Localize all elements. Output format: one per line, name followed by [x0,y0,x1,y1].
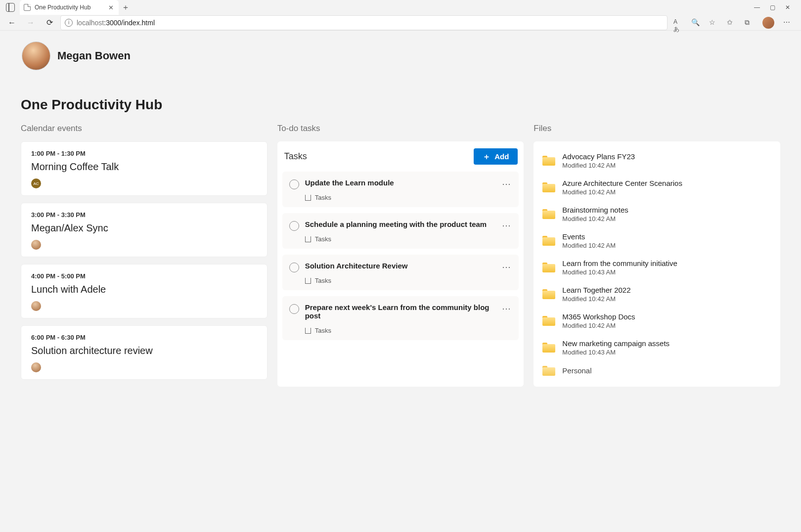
file-name: M365 Workshop Docs [562,312,635,321]
file-row[interactable]: Azure Architecture Center ScenariosModif… [538,174,775,201]
task-title: Schedule a planning meeting with the pro… [305,220,496,228]
file-name: Azure Architecture Center Scenarios [562,179,682,187]
folder-icon [542,156,555,166]
folder-icon [542,289,555,299]
calendar-event-card[interactable]: 4:00 PM - 5:00 PMLunch with Adele [21,264,267,318]
address-bar[interactable]: i localhost:3000/index.html [60,15,668,30]
file-row[interactable]: M365 Workshop DocsModified 10:42 AM [538,308,775,334]
add-task-label: Add [494,152,509,161]
task-card[interactable]: Prepare next week's Learn from the commu… [282,296,519,340]
read-aloud-icon[interactable]: Aあ [673,18,682,27]
task-more-icon[interactable]: ⋯ [502,178,512,201]
event-time: 1:00 PM - 1:30 PM [31,150,257,157]
tasks-column-title: To-do tasks [277,124,524,133]
file-name: Brainstorming notes [562,206,628,214]
task-card[interactable]: Schedule a planning meeting with the pro… [282,213,519,249]
maximize-icon[interactable]: ▢ [770,4,775,11]
calendar-event-card[interactable]: 3:00 PM - 3:30 PMMegan/Alex Sync [21,203,267,257]
task-meta: Tasks [305,277,496,284]
task-body: Update the Learn moduleTasks [305,178,496,201]
task-card[interactable]: Solution Architecture ReviewTasks⋯ [282,255,519,290]
task-complete-toggle[interactable] [289,179,299,189]
event-attendees [31,301,257,311]
event-time: 3:00 PM - 3:30 PM [31,211,257,219]
site-info-icon[interactable]: i [65,19,73,27]
forward-button[interactable]: → [23,15,39,30]
tab-title: One Productivity Hub [35,4,90,11]
folder-icon [542,316,555,326]
task-meta: Tasks [305,327,496,334]
file-row[interactable]: Learn Together 2022Modified 10:42 AM [538,281,775,308]
favorite-star-icon[interactable]: ☆ [709,18,718,27]
folder-icon [542,343,555,353]
add-task-button[interactable]: ＋ Add [474,148,518,165]
attendee-avatar[interactable]: AC [31,178,41,188]
task-more-icon[interactable]: ⋯ [502,220,512,243]
zoom-icon[interactable]: 🔍 [691,18,700,27]
collections-icon[interactable]: ⧉ [745,18,754,27]
bucket-icon [305,236,311,242]
reload-button[interactable]: ⟳ [42,15,57,30]
calendar-column: Calendar events 1:00 PM - 1:30 PMMorning… [21,124,267,387]
new-tab-button[interactable]: ＋ [120,1,132,13]
event-title: Solution architecture review [31,345,257,356]
file-row[interactable]: Advocacy Plans FY23Modified 10:42 AM [538,147,775,174]
task-card[interactable]: Update the Learn moduleTasks⋯ [282,172,519,207]
event-attendees [31,362,257,372]
page-content: Megan Bowen One Productivity Hub Calenda… [0,31,801,532]
close-window-icon[interactable]: ✕ [785,4,790,11]
file-info: Personal [562,366,591,376]
task-more-icon[interactable]: ⋯ [502,303,512,334]
bucket-icon [305,278,311,284]
attendee-avatar[interactable] [31,362,41,372]
page-title: One Productivity Hub [21,97,780,113]
file-list: Advocacy Plans FY23Modified 10:42 AMAzur… [538,147,775,381]
file-row[interactable]: EventsModified 10:42 AM [538,227,775,254]
file-name: New marketing campaign assets [562,339,669,348]
file-info: Learn from the community initiativeModif… [562,259,677,276]
file-row[interactable]: Learn from the community initiativeModif… [538,254,775,281]
file-name: Advocacy Plans FY23 [562,152,635,161]
attendee-avatar[interactable] [31,240,41,250]
profile-avatar-icon[interactable] [762,17,774,29]
file-info: Azure Architecture Center ScenariosModif… [562,179,682,196]
task-complete-toggle[interactable] [289,304,299,314]
task-meta: Tasks [305,235,496,243]
task-bucket-label: Tasks [315,194,331,201]
close-tab-icon[interactable]: ✕ [108,4,114,11]
task-title: Prepare next week's Learn from the commu… [305,303,496,320]
tasks-panel: Tasks ＋ Add Update the Learn moduleTasks… [277,141,524,387]
file-info: M365 Workshop DocsModified 10:42 AM [562,312,635,329]
user-header: Megan Bowen [0,31,801,81]
event-attendees [31,240,257,250]
file-row[interactable]: Personal [538,361,775,381]
task-body: Solution Architecture ReviewTasks [305,262,496,284]
favorites-bar-icon[interactable]: ✩ [727,18,736,27]
file-row[interactable]: Brainstorming notesModified 10:42 AM [538,201,775,227]
task-complete-toggle[interactable] [289,221,299,231]
more-menu-icon[interactable]: ⋯ [783,18,792,27]
back-button[interactable]: ← [4,15,20,30]
files-column: Files Advocacy Plans FY23Modified 10:42 … [534,124,780,387]
file-info: New marketing campaign assetsModified 10… [562,339,669,356]
task-body: Schedule a planning meeting with the pro… [305,220,496,243]
attendee-avatar[interactable] [31,301,41,311]
file-row[interactable]: New marketing campaign assetsModified 10… [538,334,775,361]
calendar-event-card[interactable]: 1:00 PM - 1:30 PMMorning Coffee TalkAC [21,141,267,196]
tab-groups-icon[interactable] [6,3,15,12]
task-more-icon[interactable]: ⋯ [502,262,512,284]
file-name: Events [562,232,616,241]
user-avatar[interactable] [22,42,50,70]
minimize-icon[interactable]: ― [754,4,760,11]
url-path: :3000/index.html [104,19,155,27]
event-time: 4:00 PM - 5:00 PM [31,272,257,280]
plus-icon: ＋ [483,153,490,161]
calendar-event-card[interactable]: 6:00 PM - 6:30 PMSolution architecture r… [21,325,267,380]
browser-tab[interactable]: One Productivity Hub ✕ [20,0,119,15]
folder-icon [542,236,555,246]
task-complete-toggle[interactable] [289,263,299,272]
url-host: localhost [77,19,104,27]
tasks-panel-header: Tasks ＋ Add [277,141,524,172]
hub-grid: Calendar events 1:00 PM - 1:30 PMMorning… [21,124,780,387]
file-info: Learn Together 2022Modified 10:42 AM [562,286,630,303]
